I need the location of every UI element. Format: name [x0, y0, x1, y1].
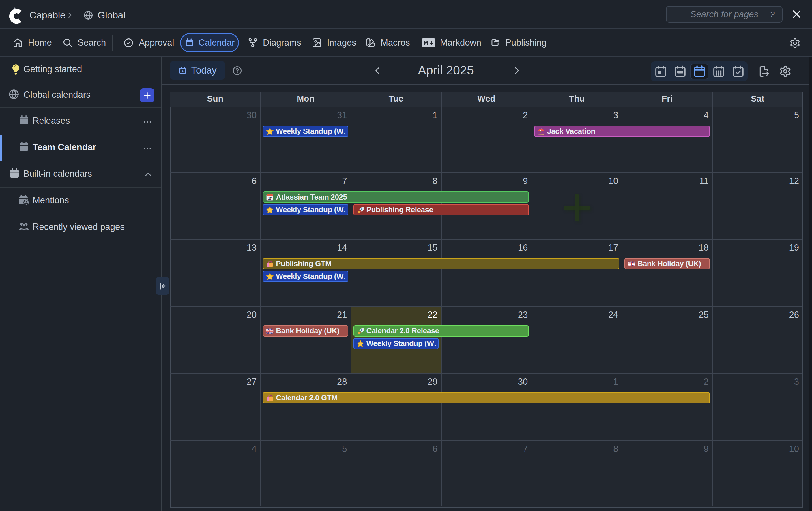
- svg-text:17: 17: [268, 197, 272, 200]
